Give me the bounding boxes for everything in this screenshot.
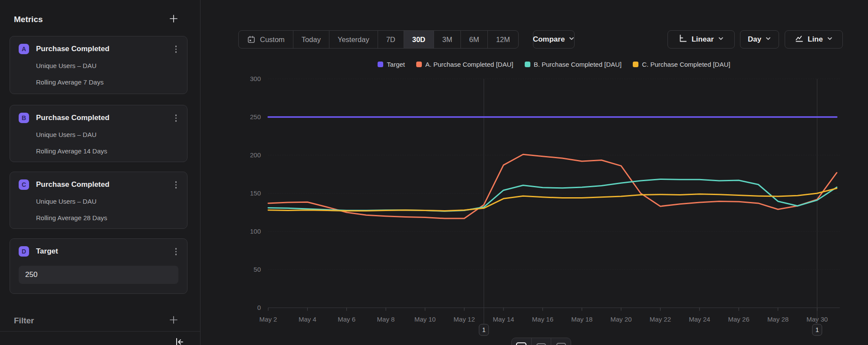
collapse-sidebar-button[interactable] (174, 336, 186, 345)
metric-rolling-average: Rolling Average 7 Days (36, 78, 178, 86)
metric-options-button[interactable] (174, 44, 179, 55)
add-filter-button[interactable] (168, 315, 179, 326)
legend-item[interactable]: Target (378, 61, 405, 68)
line-chart-icon (795, 34, 804, 45)
target-value-input[interactable] (19, 266, 178, 284)
metric-rolling-average: Rolling Average 28 Days (36, 214, 178, 221)
metric-card-a[interactable]: A Purchase Completed Unique Users – DAU … (10, 36, 187, 94)
metric-options-button[interactable] (174, 113, 179, 124)
range-label: 6M (469, 36, 479, 44)
range-12m[interactable]: 12M (487, 31, 518, 48)
metric-badge-b: B (19, 113, 29, 123)
legend-swatch-icon (633, 62, 638, 67)
metric-title: Purchase Completed (36, 114, 174, 122)
metric-rolling-average: Rolling Average 14 Days (36, 147, 178, 155)
calendar-icon (247, 35, 256, 44)
target-card[interactable]: D Target (10, 238, 187, 294)
metric-measure: Unique Users – DAU (36, 62, 178, 69)
plus-icon (169, 14, 178, 25)
view-rows-button[interactable] (531, 338, 551, 345)
metrics-section-title: Metrics (14, 15, 43, 24)
svg-text:May 18: May 18 (571, 316, 592, 323)
svg-text:May 24: May 24 (689, 316, 710, 323)
range-yesterday[interactable]: Yesterday (329, 31, 378, 48)
range-custom[interactable]: Custom (239, 31, 293, 48)
compare-label: Compare (533, 35, 565, 44)
svg-text:May 14: May 14 (493, 316, 514, 323)
linear-axis-icon (678, 34, 687, 45)
range-6m[interactable]: 6M (460, 31, 487, 48)
svg-text:May 10: May 10 (414, 316, 436, 323)
chart-legend: TargetA. Purchase Completed [DAU]B. Purc… (268, 61, 840, 68)
plus-icon (169, 315, 178, 326)
svg-text:May 4: May 4 (299, 316, 316, 323)
legend-label: C. Purchase Completed [DAU] (642, 61, 730, 68)
svg-text:150: 150 (250, 189, 261, 197)
annotation-badge[interactable]: 1 (812, 324, 822, 335)
range-7d[interactable]: 7D (378, 31, 404, 48)
legend-swatch-icon (416, 62, 422, 67)
range-label: 12M (496, 36, 510, 44)
chevron-down-icon (765, 35, 771, 44)
filter-section-title: Filter (14, 316, 34, 325)
line-chart[interactable]: 050100150200250300May 2May 4May 6May 8Ma… (234, 74, 855, 345)
legend-label: Target (387, 61, 405, 68)
view-table-button[interactable] (551, 338, 571, 345)
chart-type-dropdown[interactable]: Line (785, 30, 843, 49)
legend-item[interactable]: C. Purchase Completed [DAU] (633, 61, 730, 68)
svg-text:May 8: May 8 (377, 316, 395, 323)
range-label: Yesterday (338, 36, 369, 44)
legend-item[interactable]: A. Purchase Completed [DAU] (416, 61, 513, 68)
metric-card-c[interactable]: C Purchase Completed Unique Users – DAU … (10, 172, 187, 229)
svg-text:May 6: May 6 (338, 316, 355, 323)
svg-text:May 28: May 28 (767, 316, 789, 323)
metric-options-button[interactable] (174, 179, 179, 190)
range-30d[interactable]: 30D (404, 31, 434, 48)
scale-label: Linear (691, 35, 713, 44)
legend-item[interactable]: B. Purchase Completed [DAU] (525, 61, 622, 68)
range-today[interactable]: Today (293, 31, 329, 48)
legend-swatch-icon (525, 62, 530, 67)
compare-dropdown[interactable]: Compare (533, 30, 575, 49)
svg-text:1: 1 (815, 326, 819, 333)
granularity-dropdown[interactable]: Day (740, 30, 779, 49)
metric-title: Purchase Completed (36, 45, 174, 53)
date-range-selector: Custom Today Yesterday 7D 30D 3M 6M 12M (238, 30, 519, 49)
chart-view-switcher (511, 338, 571, 345)
svg-text:May 16: May 16 (532, 316, 553, 323)
metric-title: Purchase Completed (36, 180, 174, 189)
legend-swatch-icon (378, 62, 383, 67)
chart-type-label: Line (808, 35, 823, 44)
range-label: 7D (386, 36, 395, 44)
metric-measure: Unique Users – DAU (36, 198, 178, 205)
svg-text:1: 1 (482, 326, 486, 333)
legend-label: B. Purchase Completed [DAU] (534, 61, 622, 68)
metrics-report-page: Metrics A Purchase Completed Unique User… (0, 0, 868, 345)
chevron-down-icon (718, 35, 724, 44)
view-chart-button[interactable] (512, 338, 531, 345)
metric-badge-a: A (19, 44, 29, 54)
range-label: 30D (412, 36, 425, 44)
svg-text:May 12: May 12 (454, 316, 475, 323)
svg-text:200: 200 (250, 151, 261, 159)
panel-icon (516, 342, 527, 345)
svg-text:300: 300 (250, 75, 261, 82)
range-3m[interactable]: 3M (434, 31, 460, 48)
range-label: Today (302, 36, 321, 44)
legend-label: A. Purchase Completed [DAU] (425, 61, 513, 68)
svg-text:50: 50 (253, 266, 261, 273)
series-line (268, 189, 837, 211)
axis-scale-dropdown[interactable]: Linear (667, 30, 735, 49)
svg-text:0: 0 (257, 304, 261, 311)
target-title: Target (36, 247, 174, 256)
metric-badge-d: D (19, 246, 29, 257)
sidebar-divider (0, 331, 200, 332)
add-metric-button[interactable] (168, 14, 179, 25)
target-options-button[interactable] (174, 246, 179, 257)
svg-text:May 20: May 20 (611, 316, 632, 323)
metric-card-b[interactable]: B Purchase Completed Unique Users – DAU … (10, 105, 187, 162)
svg-text:250: 250 (250, 113, 261, 120)
svg-text:May 22: May 22 (650, 316, 671, 323)
annotation-badge[interactable]: 1 (479, 324, 489, 335)
metric-badge-c: C (19, 179, 29, 190)
